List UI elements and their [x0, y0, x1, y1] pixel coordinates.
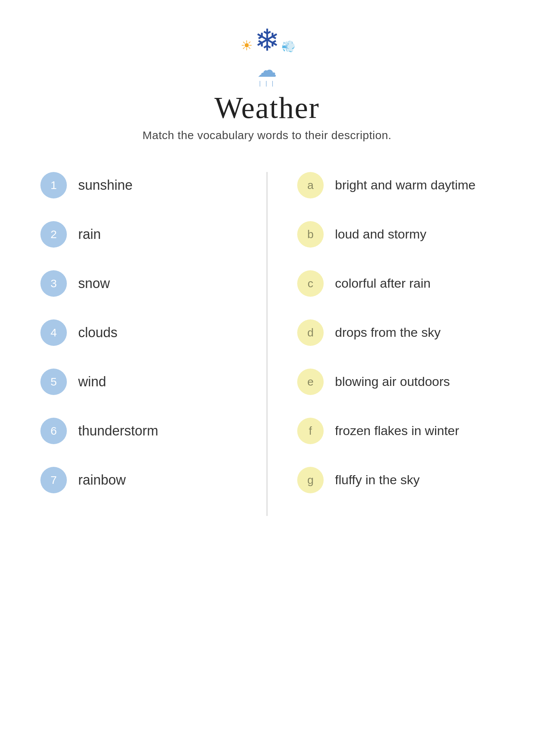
- wind-icon: 💨: [281, 40, 295, 53]
- vocab-item: 5 wind: [40, 369, 237, 395]
- letter-badge: c: [297, 270, 324, 297]
- number-badge: 1: [40, 172, 67, 198]
- description-item: g fluffy in the sky: [297, 467, 494, 493]
- number-badge: 2: [40, 221, 67, 248]
- vocab-item: 7 rainbow: [40, 467, 237, 493]
- vocab-word: thunderstorm: [78, 423, 158, 439]
- letter-badge: e: [297, 369, 324, 395]
- description-text: loud and stormy: [335, 226, 426, 243]
- page-subtitle: Match the vocabulary words to their desc…: [142, 129, 391, 142]
- page-header: ❄ ☀ 💨 ☁ | | | Weather Match the vocabula…: [142, 23, 391, 142]
- vocab-word: sunshine: [78, 177, 133, 193]
- page-title: Weather: [215, 91, 320, 125]
- number-badge: 5: [40, 369, 67, 395]
- vocab-word: wind: [78, 374, 106, 390]
- description-text: fluffy in the sky: [335, 471, 420, 489]
- description-item: e blowing air outdoors: [297, 369, 494, 395]
- description-text: blowing air outdoors: [335, 373, 450, 390]
- vocab-word: clouds: [78, 325, 117, 341]
- letter-badge: g: [297, 467, 324, 493]
- vocabulary-column: 1 sunshine 2 rain 3 snow 4 clouds 5 wind…: [40, 172, 267, 516]
- description-text: frozen flakes in winter: [335, 422, 459, 440]
- letter-badge: f: [297, 418, 324, 444]
- vocab-word: snow: [78, 276, 110, 291]
- rain-drops-icon: | | |: [259, 80, 275, 87]
- cloud-icon: ☁: [257, 59, 277, 81]
- description-item: d drops from the sky: [297, 319, 494, 346]
- column-divider: [267, 172, 267, 516]
- letter-badge: b: [297, 221, 324, 248]
- letter-badge: a: [297, 172, 324, 198]
- description-text: colorful after rain: [335, 275, 431, 292]
- weather-icon-cluster: ❄ ☀ 💨 ☁ | | |: [237, 23, 297, 83]
- vocab-item: 1 sunshine: [40, 172, 237, 198]
- vocab-item: 4 clouds: [40, 319, 237, 346]
- vocab-item: 3 snow: [40, 270, 237, 297]
- sun-icon: ☀: [241, 38, 253, 54]
- number-badge: 3: [40, 270, 67, 297]
- number-badge: 7: [40, 467, 67, 493]
- number-badge: 6: [40, 418, 67, 444]
- vocab-word: rain: [78, 226, 101, 242]
- description-text: bright and warm daytime: [335, 177, 475, 194]
- description-item: f frozen flakes in winter: [297, 418, 494, 444]
- snowflake-icon: ❄: [255, 23, 280, 58]
- description-item: b loud and stormy: [297, 221, 494, 248]
- main-content: 1 sunshine 2 rain 3 snow 4 clouds 5 wind…: [40, 172, 494, 516]
- vocab-item: 6 thunderstorm: [40, 418, 237, 444]
- number-badge: 4: [40, 319, 67, 346]
- vocab-item: 2 rain: [40, 221, 237, 248]
- description-column: a bright and warm daytime b loud and sto…: [267, 172, 494, 516]
- description-item: a bright and warm daytime: [297, 172, 494, 198]
- description-item: c colorful after rain: [297, 270, 494, 297]
- description-text: drops from the sky: [335, 324, 441, 341]
- letter-badge: d: [297, 319, 324, 346]
- vocab-word: rainbow: [78, 472, 126, 488]
